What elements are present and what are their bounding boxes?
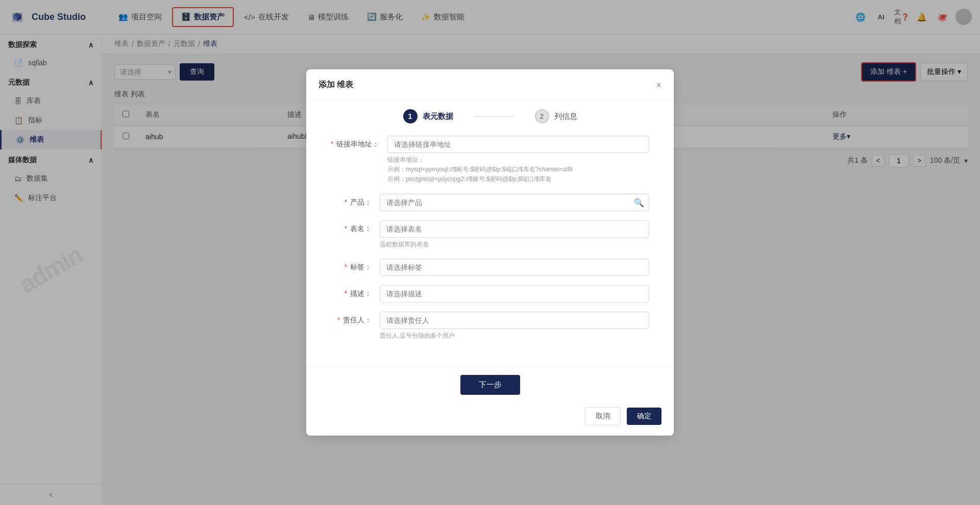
- step-2-circle: 2: [535, 109, 549, 123]
- modal-body: * 链接串地址： 链接串地址： 示例：mysql+pymysql://$账号:$…: [306, 128, 674, 362]
- add-weitbiao-modal: 添加 维表 × 1 表元数据 2 列信息: [306, 69, 674, 436]
- tablename-wrapper: 远程数据库的表名: [380, 220, 649, 249]
- tablename-label: * 表名：: [331, 220, 372, 234]
- next-step-button[interactable]: 下一步: [460, 375, 520, 395]
- step-divider: [474, 116, 514, 117]
- connection-label: * 链接串地址：: [331, 136, 379, 149]
- modal-title: 添加 维表: [318, 80, 353, 90]
- description-label: * 描述：: [331, 285, 372, 298]
- confirm-button[interactable]: 确定: [627, 408, 662, 425]
- modal-close-button[interactable]: ×: [656, 81, 662, 90]
- modal-steps: 1 表元数据 2 列信息: [306, 99, 674, 128]
- modal-header: 添加 维表 ×: [306, 69, 674, 99]
- step-1-label: 表元数据: [423, 112, 453, 121]
- tag-label: * 标签：: [331, 259, 372, 272]
- description-input[interactable]: [380, 285, 649, 302]
- owner-label: * 责任人：: [331, 312, 372, 325]
- tag-input[interactable]: [380, 259, 649, 276]
- product-search-icon: 🔍: [634, 197, 644, 207]
- form-row-connection: * 链接串地址： 链接串地址： 示例：mysql+pymysql://$账号:$…: [331, 136, 649, 185]
- form-row-owner: * 责任人： 责任人,逗号分隔的多个用户: [331, 312, 649, 341]
- product-label: * 产品：: [331, 194, 372, 207]
- product-wrapper: 🔍: [380, 194, 649, 211]
- cancel-button[interactable]: 取消: [585, 407, 621, 425]
- connection-input[interactable]: [387, 136, 649, 153]
- form-row-tablename: * 表名： 远程数据库的表名: [331, 220, 649, 249]
- step-1: 1 表元数据: [403, 109, 453, 123]
- description-wrapper: [380, 285, 649, 302]
- owner-wrapper: 责任人,逗号分隔的多个用户: [380, 312, 649, 341]
- connection-wrapper: 链接串地址： 示例：mysql+pymysql://$账号:$密码@$ip:$端…: [387, 136, 649, 185]
- step-2-label: 列信息: [554, 112, 577, 121]
- tablename-input[interactable]: [380, 220, 649, 238]
- form-row-tag: * 标签：: [331, 259, 649, 276]
- form-row-product: * 产品： 🔍: [331, 194, 649, 211]
- owner-hint: 责任人,逗号分隔的多个用户: [380, 331, 649, 341]
- product-input[interactable]: [380, 194, 649, 211]
- form-row-description: * 描述：: [331, 285, 649, 302]
- owner-input[interactable]: [380, 312, 649, 329]
- connection-hint: 链接串地址： 示例：mysql+pymysql://$账号:$密码@$ip:$端…: [387, 155, 649, 185]
- step-1-circle: 1: [403, 109, 418, 123]
- step-2: 2 列信息: [535, 109, 577, 123]
- modal-actions: 取消 确定: [306, 407, 674, 436]
- tablename-hint: 远程数据库的表名: [380, 240, 649, 249]
- modal-footer: 下一步: [306, 366, 674, 407]
- modal-overlay: 添加 维表 × 1 表元数据 2 列信息: [0, 0, 980, 505]
- tag-wrapper: [380, 259, 649, 276]
